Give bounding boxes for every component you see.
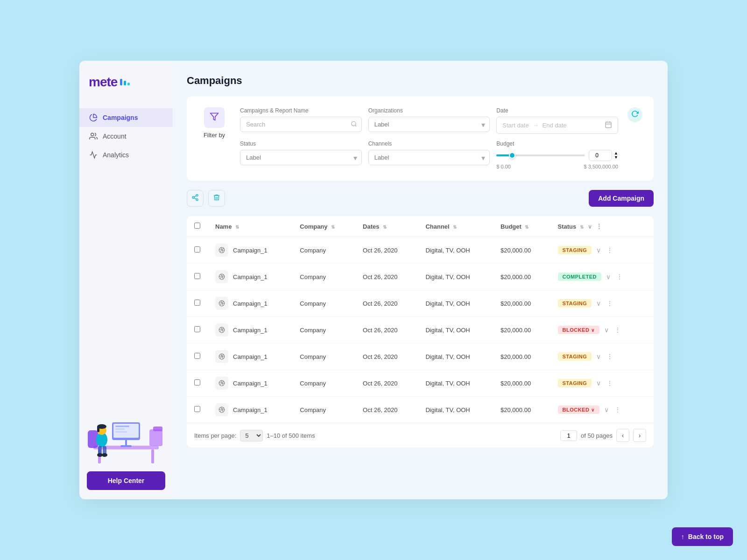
sidebar-item-campaigns[interactable]: Campaigns — [79, 108, 173, 127]
channels-select[interactable]: Label — [368, 150, 490, 165]
sidebar-nav: Campaigns Account — [79, 108, 173, 164]
reset-filter-button[interactable] — [627, 107, 642, 122]
row-budget: $20,000.00 — [493, 397, 550, 423]
row-checkbox-6[interactable] — [194, 406, 200, 412]
svg-rect-8 — [115, 426, 129, 427]
row-status-cell: STAGING ∨ ⋮ — [550, 343, 654, 370]
budget-decrement-btn[interactable]: ▼ — [614, 155, 618, 160]
status-badge: BLOCKED∨ — [558, 406, 599, 414]
row-checkbox-3[interactable] — [194, 326, 200, 332]
row-expand-button[interactable]: ∨ — [602, 325, 611, 335]
table-row: Campaign_1 Company Oct 26, 2020 Digital,… — [187, 397, 654, 423]
budget-filter-group: Budget ▲ ▼ — [496, 140, 618, 169]
sidebar-item-account[interactable]: Account — [79, 127, 173, 146]
sidebar-item-analytics[interactable]: Analytics — [79, 146, 173, 164]
row-dates: Oct 26, 2020 — [355, 237, 418, 264]
row-menu-button[interactable]: ⋮ — [613, 405, 623, 414]
campaigns-filter-group: Campaigns & Report Name — [240, 107, 362, 134]
row-checkbox-cell — [187, 237, 208, 264]
budget-max: $ 3,500,000.00 — [584, 164, 618, 169]
row-channel: Digital, TV, OOH — [418, 264, 493, 290]
add-campaign-button[interactable]: Add Campaign — [589, 190, 654, 207]
campaigns-search-input[interactable] — [240, 117, 362, 132]
channels-filter-label: Channels — [368, 140, 490, 147]
row-expand-button[interactable]: ∨ — [594, 245, 603, 255]
pagination-left: Items per page: 5 10 25 1–10 of 500 item… — [194, 430, 315, 441]
budget-slider-thumb[interactable] — [509, 152, 515, 159]
status-select[interactable]: Label — [240, 150, 362, 165]
row-menu-button[interactable]: ⋮ — [605, 378, 615, 388]
table-row: Campaign_1 Company Oct 26, 2020 Digital,… — [187, 290, 654, 317]
row-checkbox-5[interactable] — [194, 379, 200, 385]
dots-status-icon[interactable]: ⋮ — [596, 223, 602, 230]
next-page-button[interactable]: › — [633, 429, 646, 442]
row-budget: $20,000.00 — [493, 237, 550, 264]
svg-line-33 — [194, 198, 197, 199]
row-menu-button[interactable]: ⋮ — [605, 299, 615, 308]
items-per-page-label: Items per page: — [194, 432, 236, 439]
total-pages-label: of 50 pages — [581, 432, 613, 439]
channels-filter-group: Channels Label ▾ — [368, 140, 490, 169]
row-expand-button[interactable]: ∨ — [602, 405, 611, 414]
sidebar-item-campaigns-label: Campaigns — [103, 114, 138, 121]
pagination: Items per page: 5 10 25 1–10 of 500 item… — [187, 423, 654, 448]
select-all-checkbox[interactable] — [194, 223, 200, 229]
row-budget: $20,000.00 — [493, 343, 550, 370]
status-badge: STAGING — [558, 246, 592, 254]
delete-button[interactable] — [208, 190, 225, 207]
status-badge: STAGING — [558, 299, 592, 308]
row-menu-button[interactable]: ⋮ — [613, 325, 623, 335]
row-status-cell: STAGING ∨ ⋮ — [550, 237, 654, 264]
row-menu-button[interactable]: ⋮ — [605, 352, 615, 361]
pagination-range: 1–10 of 500 items — [267, 432, 315, 439]
campaign-icon — [215, 323, 228, 336]
prev-page-button[interactable]: ‹ — [616, 429, 629, 442]
table-header-name[interactable]: Name ⇅ — [208, 216, 292, 237]
row-checkbox-1[interactable] — [194, 273, 200, 279]
table-row: Campaign_1 Company Oct 26, 2020 Digital,… — [187, 317, 654, 343]
row-actions: ∨ ⋮ — [594, 352, 615, 361]
row-expand-button[interactable]: ∨ — [594, 352, 603, 361]
budget-slider-fill — [496, 154, 509, 156]
row-checkbox-cell — [187, 343, 208, 370]
row-expand-button[interactable]: ∨ — [604, 272, 613, 281]
share-button[interactable] — [187, 190, 204, 207]
svg-rect-21 — [149, 429, 162, 446]
budget-number-input[interactable] — [589, 150, 612, 161]
row-checkbox-4[interactable] — [194, 353, 200, 359]
row-menu-button[interactable]: ⋮ — [605, 245, 615, 255]
items-per-page-select[interactable]: 5 10 25 — [240, 430, 263, 441]
table-header-dates[interactable]: Dates ⇅ — [355, 216, 418, 237]
calendar-icon[interactable] — [605, 121, 612, 130]
svg-rect-9 — [115, 428, 125, 430]
row-checkbox-2[interactable] — [194, 300, 200, 306]
svg-line-25 — [355, 125, 356, 126]
row-checkbox-0[interactable] — [194, 246, 200, 252]
row-expand-button[interactable]: ∨ — [594, 299, 603, 308]
table-body: Campaign_1 Company Oct 26, 2020 Digital,… — [187, 237, 654, 423]
organizations-select[interactable]: Label — [368, 117, 490, 132]
table-header-channel[interactable]: Channel ⇅ — [418, 216, 493, 237]
campaigns-filter-label: Campaigns & Report Name — [240, 107, 362, 114]
table-header-budget[interactable]: Budget ⇅ — [493, 216, 550, 237]
row-expand-button[interactable]: ∨ — [594, 378, 603, 388]
logo-dots — [120, 79, 130, 85]
row-menu-button[interactable]: ⋮ — [614, 272, 625, 281]
row-company: Company — [292, 370, 355, 397]
page-number-input[interactable] — [560, 430, 577, 441]
page-title: Campaigns — [187, 75, 654, 87]
svg-point-31 — [192, 196, 194, 198]
budget-slider-track[interactable] — [496, 154, 585, 156]
date-filter-label: Date — [496, 107, 618, 114]
status-badge: BLOCKED∨ — [558, 326, 599, 334]
sort-channel-icon: ⇅ — [453, 224, 457, 230]
table-header-company[interactable]: Company ⇅ — [292, 216, 355, 237]
toolbar-left — [187, 190, 225, 207]
help-center-button[interactable]: Help Center — [87, 471, 165, 490]
status-filter-label: Status — [240, 140, 362, 147]
table-header-status[interactable]: Status ⇅ ∨ ⋮ — [550, 216, 654, 237]
date-range-input[interactable]: Start date → End date — [496, 117, 618, 134]
refresh-icon — [631, 110, 639, 119]
back-to-top-button[interactable]: ↑ Back to top — [672, 527, 733, 546]
svg-rect-22 — [153, 427, 162, 431]
